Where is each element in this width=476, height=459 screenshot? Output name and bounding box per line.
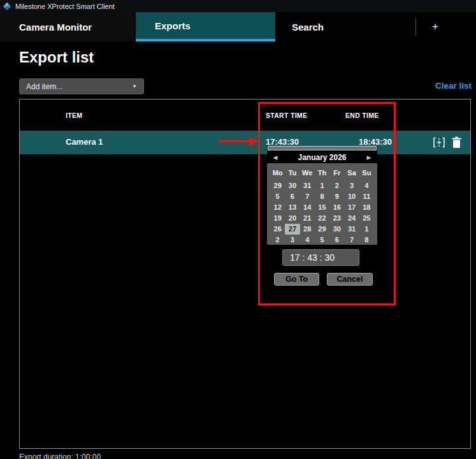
calendar-day[interactable]: 13 bbox=[285, 202, 299, 213]
table-row[interactable]: Camera 1 17:43:30 18:43:30 bbox=[20, 131, 470, 154]
calendar-day[interactable]: 31 bbox=[300, 180, 315, 191]
calendar-day[interactable]: 16 bbox=[329, 202, 344, 213]
next-month-icon[interactable]: ▶ bbox=[361, 154, 377, 161]
calendar-day[interactable]: 27 bbox=[285, 224, 299, 235]
calendar-day[interactable]: 22 bbox=[315, 213, 329, 224]
calendar-day[interactable]: 25 bbox=[359, 213, 374, 224]
milestone-logo-icon bbox=[3, 2, 11, 11]
calendar-day[interactable]: 30 bbox=[329, 224, 344, 235]
calendar-day[interactable]: 28 bbox=[300, 224, 315, 235]
weekday-label: We bbox=[300, 168, 315, 178]
calendar-day[interactable]: 5 bbox=[315, 235, 329, 245]
tab-camera-monitor[interactable]: Camera Monitor bbox=[0, 12, 134, 41]
calendar-day[interactable]: 9 bbox=[329, 191, 344, 202]
calendar-day[interactable]: 10 bbox=[344, 191, 359, 202]
calendar-day[interactable]: 14 bbox=[300, 202, 315, 213]
row-end-time[interactable]: 18:43:30 bbox=[359, 137, 392, 147]
datetime-picker-popup: ◀ January 2026 ▶ MoTuWeThFrSaSu 29303112… bbox=[267, 146, 377, 293]
calendar-day[interactable]: 24 bbox=[344, 213, 359, 224]
column-header-item: ITEM bbox=[66, 112, 82, 119]
calendar-day[interactable]: 3 bbox=[344, 180, 359, 191]
calendar-day[interactable]: 19 bbox=[270, 213, 285, 224]
calendar-day[interactable]: 5 bbox=[270, 191, 285, 202]
column-header-start-time: START TIME bbox=[266, 112, 307, 119]
row-item-name: Camera 1 bbox=[66, 137, 103, 147]
popup-drag-handle[interactable] bbox=[268, 146, 377, 150]
calendar-day[interactable]: 11 bbox=[359, 191, 374, 202]
go-to-button[interactable]: Go To bbox=[274, 273, 319, 286]
tab-search[interactable]: Search bbox=[275, 12, 415, 41]
calendar-day[interactable]: 26 bbox=[270, 224, 285, 235]
chevron-down-icon: ▼ bbox=[132, 84, 137, 89]
clear-list-link[interactable]: Clear list bbox=[435, 81, 472, 91]
calendar-day[interactable]: 3 bbox=[285, 235, 299, 245]
calendar-day[interactable]: 2 bbox=[270, 235, 285, 245]
export-table: ITEM START TIME END TIME Camera 1 17:43:… bbox=[19, 99, 471, 449]
calendar-day[interactable]: 4 bbox=[300, 235, 315, 245]
calendar-day[interactable]: 1 bbox=[315, 180, 329, 191]
calendar-body: MoTuWeThFrSaSu 2930311234567891011121314… bbox=[267, 163, 377, 245]
time-input[interactable]: 17 : 43 : 30 bbox=[282, 249, 359, 266]
weekday-label: Fr bbox=[329, 168, 344, 178]
calendar-month-header: ◀ January 2026 ▶ bbox=[267, 151, 377, 163]
calendar-grid: 2930311234567891011121314151617181920212… bbox=[267, 180, 377, 245]
calendar-day[interactable]: 18 bbox=[359, 202, 374, 213]
calendar-day[interactable]: 8 bbox=[315, 191, 329, 202]
calendar-day[interactable]: 15 bbox=[315, 202, 329, 213]
calendar-month-label: January 2026 bbox=[284, 153, 361, 162]
weekday-label: Sa bbox=[344, 168, 359, 178]
calendar-day[interactable]: 7 bbox=[300, 191, 315, 202]
add-item-dropdown[interactable]: Add item... ▼ bbox=[19, 78, 144, 94]
weekday-label: Su bbox=[359, 168, 374, 178]
calendar-day[interactable]: 17 bbox=[344, 202, 359, 213]
calendar-day[interactable]: 29 bbox=[315, 224, 329, 235]
calendar-day[interactable]: 6 bbox=[285, 191, 299, 202]
new-tab-button[interactable]: + bbox=[416, 12, 454, 41]
calendar-day[interactable]: 8 bbox=[359, 235, 374, 245]
weekday-label: Tu bbox=[285, 168, 299, 178]
set-timespan-icon[interactable] bbox=[433, 136, 445, 149]
table-header-row: ITEM START TIME END TIME bbox=[20, 99, 470, 131]
calendar-day[interactable]: 12 bbox=[270, 202, 285, 213]
tab-exports[interactable]: Exports bbox=[136, 12, 275, 41]
calendar-day[interactable]: 6 bbox=[329, 235, 344, 245]
weekday-label: Th bbox=[315, 168, 329, 178]
window-titlebar: Milestone XProtect Smart Client bbox=[0, 0, 476, 12]
calendar-day[interactable]: 21 bbox=[300, 213, 315, 224]
weekday-label: Mo bbox=[270, 168, 285, 178]
calendar-weekday-row: MoTuWeThFrSaSu bbox=[267, 163, 377, 180]
tab-bar: Camera Monitor Exports Search + bbox=[0, 12, 476, 41]
calendar-day[interactable]: 31 bbox=[344, 224, 359, 235]
calendar-day[interactable]: 30 bbox=[285, 180, 299, 191]
calendar-day[interactable]: 4 bbox=[359, 180, 374, 191]
calendar-day[interactable]: 2 bbox=[329, 180, 344, 191]
column-header-end-time: END TIME bbox=[345, 112, 379, 119]
window-title: Milestone XProtect Smart Client bbox=[15, 3, 115, 10]
row-start-time[interactable]: 17:43:30 bbox=[266, 137, 299, 147]
delete-item-icon[interactable] bbox=[451, 136, 464, 149]
cancel-button[interactable]: Cancel bbox=[327, 273, 373, 286]
calendar-day[interactable]: 7 bbox=[344, 235, 359, 245]
page-title: Export list bbox=[19, 48, 94, 66]
calendar-day[interactable]: 29 bbox=[270, 180, 285, 191]
calendar-day[interactable]: 20 bbox=[285, 213, 299, 224]
add-item-label: Add item... bbox=[26, 82, 62, 91]
calendar-day[interactable]: 23 bbox=[329, 213, 344, 224]
export-duration-label: Export duration: 1:00:00 bbox=[19, 453, 101, 459]
previous-month-icon[interactable]: ◀ bbox=[267, 154, 284, 161]
calendar-day[interactable]: 1 bbox=[359, 224, 374, 235]
